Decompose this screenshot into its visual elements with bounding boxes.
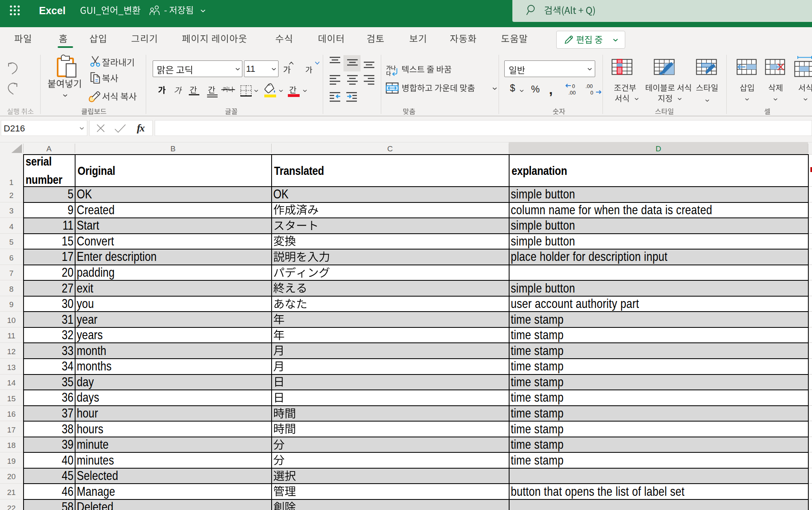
svg-text:0: 0 [572,83,575,89]
svg-text:0: 0 [590,90,593,95]
svg-text:.00: .00 [585,83,593,89]
svg-text:.00: .00 [568,90,576,95]
